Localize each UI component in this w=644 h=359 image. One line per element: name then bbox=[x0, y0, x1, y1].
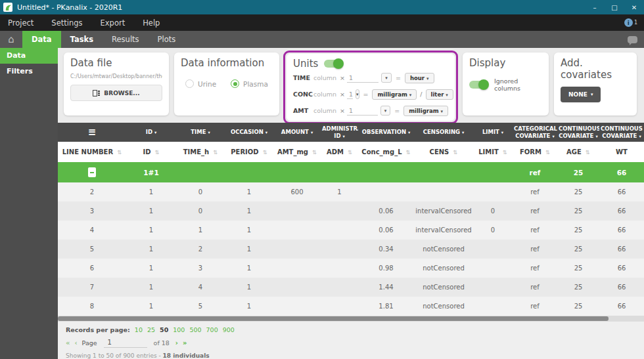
records-option-25[interactable]: 25 bbox=[147, 326, 155, 333]
mapping-observation[interactable]: OBSERVATION ▾ bbox=[358, 123, 414, 142]
table-row[interactable]: 61310.98notCensoredref2566 bbox=[58, 259, 644, 278]
unit-select-hour[interactable]: hour ▾ bbox=[405, 73, 434, 83]
individual-group-row[interactable]: 1#1ref2566 bbox=[58, 162, 644, 182]
prev-page-button[interactable]: ‹ bbox=[74, 339, 77, 347]
chevron-down-icon: ▾ bbox=[591, 92, 593, 97]
unit-select-liter[interactable]: liter ▾ bbox=[426, 89, 453, 100]
tab-data[interactable]: Data bbox=[22, 31, 61, 48]
records-option-50[interactable]: 50 bbox=[160, 326, 168, 333]
column-header-period[interactable]: PERIOD⇅ bbox=[225, 142, 273, 162]
menu-settings[interactable]: Settings bbox=[43, 18, 92, 28]
table-cell: 5 bbox=[176, 297, 225, 316]
mapping-id[interactable]: ID ▾ bbox=[126, 123, 176, 142]
column-header-adm[interactable]: ADM⇅ bbox=[321, 142, 358, 162]
column-header-id[interactable]: ID⇅ bbox=[126, 142, 176, 162]
covariates-none-button[interactable]: NONE ▾ bbox=[561, 87, 601, 102]
table-row[interactable]: 41110.06intervalCensored0ref2566 bbox=[58, 221, 644, 240]
column-header-time-h[interactable]: TIME_h⇅ bbox=[176, 142, 225, 162]
table-cell: 66 bbox=[599, 182, 644, 201]
chevron-down-icon: ▾ bbox=[385, 75, 388, 81]
pkanalix-window: Untitled* - PKanalix - 2020R1 – □ ✕ Proj… bbox=[0, 0, 644, 359]
mapping-continuous-covariate[interactable]: CONTINUOUS COVARIATE ▾ bbox=[599, 123, 644, 142]
column-header-conc-mg-l[interactable]: Conc_mg_L⇅ bbox=[358, 142, 414, 162]
mapping-categorical-covariate[interactable]: CATEGORICAL COVARIATE ▾ bbox=[513, 123, 557, 142]
menu-bar: ProjectSettingsExportHelp i 1 bbox=[0, 14, 644, 31]
browse-button[interactable]: BROWSE... bbox=[70, 85, 162, 101]
next-page-button[interactable]: › bbox=[175, 339, 178, 347]
page-count-label: of 18 bbox=[154, 339, 170, 347]
records-option-10[interactable]: 10 bbox=[135, 326, 143, 333]
group-cell: 1#1 bbox=[126, 162, 176, 182]
menu-help[interactable]: Help bbox=[135, 18, 170, 28]
unit-factor-dropdown[interactable]: ▾ bbox=[381, 73, 392, 83]
table-cell: 1 bbox=[126, 201, 176, 221]
records-option-500[interactable]: 500 bbox=[189, 326, 201, 333]
table-row[interactable]: 21016001ref2566 bbox=[58, 182, 644, 201]
close-button[interactable]: ✕ bbox=[624, 0, 644, 14]
tab-results[interactable]: Results bbox=[103, 31, 149, 48]
mapping-censoring[interactable]: CENSORING ▾ bbox=[414, 123, 473, 142]
column-header-age[interactable]: AGE⇅ bbox=[557, 142, 599, 162]
column-header-form[interactable]: FORM⇅ bbox=[513, 142, 557, 162]
tab-tasks[interactable]: Tasks bbox=[61, 31, 103, 48]
first-page-button[interactable]: « bbox=[66, 339, 70, 347]
home-icon[interactable]: ⌂ bbox=[0, 31, 22, 48]
table-cell: 7 bbox=[58, 278, 126, 297]
units-toggle[interactable] bbox=[324, 60, 343, 68]
table-row[interactable]: 51210.34notCensoredref2566 bbox=[58, 240, 644, 259]
records-option-100[interactable]: 100 bbox=[173, 326, 185, 333]
column-header-wt[interactable]: WT bbox=[599, 142, 644, 162]
mapping-continuous-covariate[interactable]: CONTINUOUS COVARIATE ▾ bbox=[557, 123, 599, 142]
menu-export[interactable]: Export bbox=[93, 18, 135, 28]
column-header-amt-mg[interactable]: AMT_mg⇅ bbox=[273, 142, 321, 162]
radio-plasma[interactable]: Plasma bbox=[231, 79, 268, 88]
showing-text: Showing 1 to 50 of 900 entries - bbox=[66, 352, 163, 359]
app-logo-icon bbox=[3, 3, 12, 12]
records-option-900[interactable]: 900 bbox=[223, 326, 235, 333]
unit-factor-input[interactable]: 1 bbox=[347, 90, 353, 99]
column-header-cens[interactable]: CENS⇅ bbox=[414, 142, 473, 162]
column-header-limit[interactable]: LIMIT⇅ bbox=[473, 142, 513, 162]
menu-project[interactable]: Project bbox=[0, 18, 43, 28]
unit-select-milligram[interactable]: milligram ▾ bbox=[372, 89, 417, 100]
sidebar: DataFilters bbox=[0, 48, 58, 359]
sidebar-item-data[interactable]: Data bbox=[0, 48, 58, 64]
unit-factor-input[interactable]: 1 bbox=[347, 74, 379, 83]
table-row[interactable]: 81511.81notCensoredref2566 bbox=[58, 297, 644, 316]
mapping-time[interactable]: TIME ▾ bbox=[176, 123, 225, 142]
table-menu-button[interactable]: ≡ bbox=[58, 123, 126, 142]
column-header-line-number[interactable]: LINE NUMBER⇅ bbox=[58, 142, 126, 162]
minimize-button[interactable]: – bbox=[585, 0, 605, 14]
group-cell bbox=[225, 162, 273, 182]
radio-urine[interactable]: Urine bbox=[185, 79, 216, 88]
data-information-title: Data information bbox=[181, 57, 273, 69]
table-row[interactable]: 71411.44notCensoredref2566 bbox=[58, 278, 644, 297]
info-icon[interactable]: i bbox=[624, 18, 633, 27]
unit-select-milligram[interactable]: milligram ▾ bbox=[403, 106, 448, 116]
unit-factor-dropdown[interactable]: ▾ bbox=[380, 106, 391, 116]
collapse-icon[interactable] bbox=[88, 167, 96, 177]
scrollbar-thumb[interactable] bbox=[58, 316, 609, 321]
sidebar-item-filters[interactable]: Filters bbox=[0, 64, 58, 79]
table-cell: 25 bbox=[557, 201, 599, 221]
mapping-amount[interactable]: AMOUNT ▾ bbox=[273, 123, 321, 142]
last-page-button[interactable]: » bbox=[183, 339, 187, 347]
mapping-administration-id[interactable]: ADMINISTRATION ID ▾ bbox=[321, 123, 358, 142]
records-option-700[interactable]: 700 bbox=[206, 326, 218, 333]
horizontal-scrollbar[interactable] bbox=[58, 316, 644, 322]
page-number-input[interactable] bbox=[104, 338, 147, 348]
mapping-occasion[interactable]: OCCASION ▾ bbox=[225, 123, 273, 142]
mapping-limit[interactable]: LIMIT ▾ bbox=[473, 123, 513, 142]
table-cell: 3 bbox=[176, 259, 225, 278]
table-row[interactable]: 31010.06intervalCensored0ref2566 bbox=[58, 201, 644, 221]
maximize-button[interactable]: □ bbox=[605, 0, 624, 14]
ignored-columns-toggle[interactable] bbox=[469, 81, 488, 89]
unit-factor-input[interactable]: 1 bbox=[347, 106, 378, 116]
table-cell bbox=[273, 240, 321, 259]
unit-factor-dropdown[interactable]: ▾ bbox=[356, 89, 359, 99]
table-cell: intervalCensored bbox=[414, 201, 473, 221]
table-cell bbox=[473, 259, 513, 278]
feedback-bubble-icon[interactable] bbox=[628, 36, 637, 43]
radio-icon bbox=[231, 79, 239, 88]
tab-plots[interactable]: Plots bbox=[149, 31, 185, 48]
